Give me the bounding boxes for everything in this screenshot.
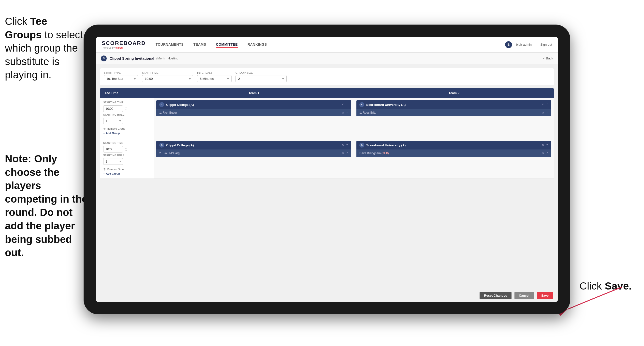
tee-1-p1-expand[interactable]: ⌃ [346,111,348,114]
tee-groups-container: STARTING TIME: ⏱ STARTING HOLE: 1 🗑 Remo… [100,98,554,285]
tee-1-team1-header: C Clippd College (A) ✕ ⌃ [156,100,351,109]
tee-2-team1-player[interactable]: 2. Blair McHarg ✕ ⌃ [156,150,351,157]
tee-2-team2-controls: ✕ ⌃ [542,143,548,147]
tee-2-team2-cell: S Scoreboard University (A) ✕ ⌃ Dave Bil… [354,138,554,179]
instruction-text: Click Tee Groups to select which group t… [0,15,88,82]
tee-1-team2-player-controls: ✕ ⌃ [542,111,548,114]
col-team2: Team 2 [354,88,554,98]
remove-group-1-button[interactable]: 🗑 Remove Group [103,127,150,130]
tee-1-time-input[interactable] [103,105,123,112]
tee-1-team1-entry[interactable]: C Clippd College (A) ✕ ⌃ 1. Rich Butler [156,100,351,116]
tee-1-p1-remove[interactable]: ✕ [342,111,344,114]
tee-1-team1-cell: C Clippd College (A) ✕ ⌃ 1. Rich Butler [154,98,354,138]
tee-1-left-panel: STARTING TIME: ⏱ STARTING HOLE: 1 🗑 Remo… [100,98,154,138]
nav-committee[interactable]: COMMITTEE [216,41,238,48]
tablet-screen: SCOREBOARD Powered by clippd TOURNAMENTS… [96,37,558,302]
clock-icon-2: ⏱ [124,147,128,151]
note-bold-prefix: Note: [5,153,34,165]
group-size-input[interactable] [236,75,286,82]
tee-2-left-panel: STARTING TIME: ⏱ STARTING HOLE: 1 🗑 Remo… [100,138,154,179]
subheader: B Clippd Spring Invitational (Men) Hosti… [96,52,558,64]
add-group-1-button[interactable]: + Add Group [103,132,150,135]
col-team1: Team 1 [154,88,354,98]
nav-tournaments[interactable]: TOURNAMENTS [156,41,184,48]
group-size-label: Group Size [236,71,286,74]
save-button[interactable]: Save [537,292,553,299]
tee-1-time-label: STARTING TIME: [103,101,150,104]
user-name: blair admin [516,43,532,46]
tee-2-team2-name: Scoreboard University (A) [366,143,540,147]
col-tee-time: Tee Time [100,88,154,98]
back-button[interactable]: < Back [543,56,553,60]
tee-1-hole-label: STARTING HOLE: [103,113,150,116]
tee-1-team2-player[interactable]: 1. Rees Britt ✕ ⌃ [356,109,551,116]
start-type-group: Start Type 1st Tee Start [104,71,138,82]
tee-1-team2-remove[interactable]: ✕ [542,103,544,106]
scoreboard-logo: SCOREBOARD [102,40,146,46]
tee-2-p1-expand[interactable]: ⌃ [346,152,348,155]
tee-2-time-input[interactable] [103,146,123,152]
settings-row: Start Type 1st Tee Start Start Time Inte… [100,68,554,85]
tee-groups-bold: Tee Groups [5,15,47,40]
cancel-button[interactable]: Cancel [514,292,534,299]
remove-group-2-button[interactable]: 🗑 Remove Group [103,168,150,171]
powered-by: Powered by clippd [102,46,146,49]
tee-1-team1-player[interactable]: 1. Rich Butler ✕ ⌃ [156,109,351,116]
tee-2-p2-expand[interactable]: ⌃ [546,152,548,155]
nav-teams[interactable]: TEAMS [194,41,206,48]
tee-2-team1-expand[interactable]: ⌃ [346,143,348,147]
nav-rankings[interactable]: RANKINGS [248,41,267,48]
tee-2-team1-entry[interactable]: C Clippd College (A) ✕ ⌃ 2. Blair McHarg [156,141,351,157]
tee-1-p2-remove[interactable]: ✕ [542,111,544,114]
tablet-device: SCOREBOARD Powered by clippd TOURNAMENTS… [84,24,570,314]
sub-badge: (SUB) [382,152,389,155]
plus-icon-2: + [103,172,105,175]
tee-2-team1-header: C Clippd College (A) ✕ ⌃ [156,141,351,150]
tee-1-team1-controls: ✕ ⌃ [342,103,348,106]
tee-2-team2-expand[interactable]: ⌃ [546,143,548,147]
tee-1-hole-select[interactable]: 1 [103,118,123,124]
tee-2-hole-select[interactable]: 1 [103,158,123,165]
tee-1-team1-player-name: 1. Rich Butler [159,111,342,114]
tee-2-team1-controls: ✕ ⌃ [342,143,348,147]
tee-2-team2-entry[interactable]: S Scoreboard University (A) ✕ ⌃ Dave Bil… [356,141,551,157]
tee-2-team2-player[interactable]: Dave Billingham (SUB) ✕ ⌃ [356,150,551,157]
note-bold-content: Only choose the players competing in the… [5,153,88,258]
tee-2-team1-name: Clippd College (A) [166,143,340,147]
start-time-input[interactable] [142,75,193,82]
tournament-gender: (Men) [156,56,165,60]
tee-2-time-row: ⏱ [103,146,150,152]
plus-icon-1: + [103,132,105,135]
tee-2-team1-player-name: 2. Blair McHarg [159,151,342,155]
tee-1-team1-remove[interactable]: ✕ [342,103,344,106]
trash-icon-1: 🗑 [103,127,106,130]
tee-1-team2-header: S Scoreboard University (A) ✕ ⌃ [356,100,551,109]
intervals-select[interactable]: 5 Minutes [197,75,232,82]
tee-2-team2-logo: S [359,143,364,148]
table-header: Tee Time Team 1 Team 2 [100,88,554,98]
tee-2-team2-remove[interactable]: ✕ [542,143,544,147]
tee-2-p1-remove[interactable]: ✕ [342,152,344,155]
tee-1-team2-logo: S [359,102,364,107]
tee-1-team2-entry[interactable]: S Scoreboard University (A) ✕ ⌃ 1. Rees … [356,100,551,116]
subheader-logo: B [101,55,107,61]
tee-1-team2-controls: ✕ ⌃ [542,103,548,106]
navbar: SCOREBOARD Powered by clippd TOURNAMENTS… [96,37,558,52]
tee-1-team1-expand[interactable]: ⌃ [346,103,348,106]
tee-2-team2-header: S Scoreboard University (A) ✕ ⌃ [356,141,551,150]
sign-out-link[interactable]: Sign out [540,43,552,46]
click-save-annotation: Click Save. [580,280,632,292]
tee-2-team2-player-controls: ✕ ⌃ [542,152,548,155]
tee-group-1: STARTING TIME: ⏱ STARTING HOLE: 1 🗑 Remo… [100,98,554,138]
hosting-label: Hosting [168,56,178,60]
reset-changes-button[interactable]: Reset Changes [480,292,512,299]
add-group-2-button[interactable]: + Add Group [103,172,150,175]
tee-2-p2-remove[interactable]: ✕ [542,152,544,155]
logo-area: SCOREBOARD Powered by clippd [102,40,146,49]
tee-2-team1-remove[interactable]: ✕ [342,143,344,147]
tee-1-team2-expand[interactable]: ⌃ [546,103,548,106]
main-content: Start Type 1st Tee Start Start Time Inte… [96,64,558,289]
clock-icon-1: ⏱ [124,107,128,111]
tee-1-p2-expand[interactable]: ⌃ [546,111,548,114]
start-type-select[interactable]: 1st Tee Start [104,75,138,82]
